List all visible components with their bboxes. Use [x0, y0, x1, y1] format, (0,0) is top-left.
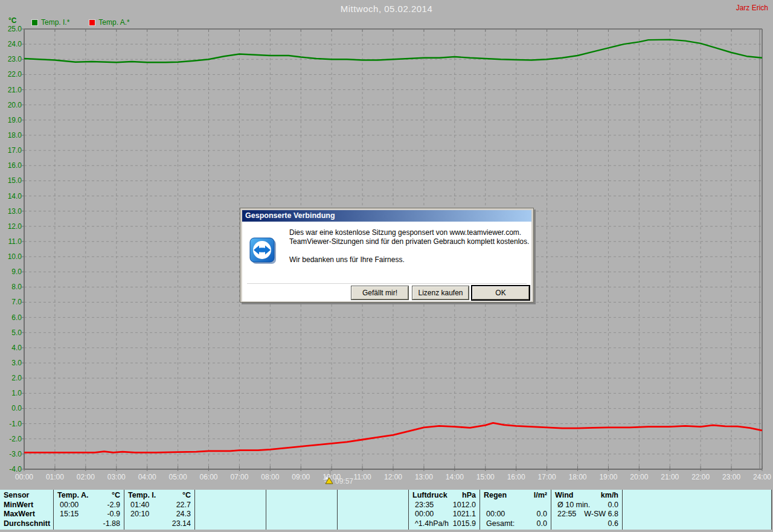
stats-column-luftdruck: LuftdruckhPa23:351012.000:001021.1^1.4hP…	[409, 490, 480, 530]
stats-row: 00:000.0	[480, 510, 551, 519]
x-tick-label: 06:00	[197, 473, 221, 481]
stats-column-temp-a-: Temp. A.°C00:00-2.915:15-0.9-1.88	[54, 490, 124, 530]
y-tick-label: 4.0	[1, 344, 22, 352]
sensor-name: Regen	[484, 491, 507, 501]
x-tick-label: 24:00	[750, 473, 773, 481]
series-line-temp-i-	[24, 40, 762, 63]
x-tick-label: 02:00	[74, 473, 98, 481]
x-tick-label: 22:00	[688, 473, 713, 481]
dialog-separator	[247, 283, 527, 284]
stat-time	[341, 501, 344, 510]
stats-row: Temp. A.°C	[54, 491, 124, 501]
x-tick-label: 01:00	[43, 473, 67, 481]
stat-time: 00:00	[412, 510, 434, 519]
stats-row	[338, 491, 408, 501]
x-tick-label: 16:00	[504, 473, 528, 481]
stat-time	[270, 510, 272, 519]
y-tick-label: 11.0	[1, 237, 22, 246]
x-tick-label: 23:00	[719, 473, 743, 481]
y-tick-label: 1.0	[1, 389, 22, 397]
x-tick-label: 04:00	[135, 473, 159, 481]
stat-time	[128, 519, 130, 529]
stats-row: 15:15-0.9	[54, 510, 124, 519]
stat-value: 1015.9	[453, 519, 476, 529]
stat-value: 23.14	[172, 519, 191, 529]
stat-time	[199, 510, 201, 519]
x-tick-label: 18:00	[566, 473, 590, 481]
stat-value: 1012.0	[453, 501, 476, 510]
stat-value: W-SW 6.8	[584, 510, 618, 519]
sensor-name: Temp. A.	[57, 491, 88, 501]
stat-time	[270, 501, 272, 510]
y-tick-label: 25.0	[1, 25, 22, 33]
x-tick-label: 20:00	[627, 473, 651, 481]
stat-time: 00:00	[484, 510, 505, 519]
stat-time: 00:00	[57, 501, 79, 510]
stats-row: 0.6	[551, 519, 622, 529]
dialog-titlebar[interactable]: Gesponserte Verbindung	[242, 210, 531, 222]
stat-time	[270, 519, 272, 529]
stats-column-empty	[266, 490, 338, 530]
y-tick-label: 14.0	[1, 192, 22, 200]
y-tick-label: 15.0	[1, 176, 22, 185]
x-tick-label: 13:00	[412, 473, 436, 481]
stats-row	[195, 501, 266, 510]
stat-value: -2.9	[107, 501, 120, 510]
ok-button[interactable]: OK	[472, 286, 529, 300]
stats-row	[338, 519, 408, 529]
y-tick-label: 2.0	[1, 374, 22, 382]
stat-value: 22.7	[176, 501, 191, 510]
stat-time	[341, 519, 344, 529]
stats-row	[266, 510, 337, 519]
y-tick-label: 8.0	[1, 283, 22, 291]
y-tick-label: 21.0	[1, 86, 22, 94]
stat-time: 23:35	[412, 501, 434, 510]
y-tick-label: 10.0	[1, 252, 22, 261]
stats-row: 00:00-2.9	[54, 501, 124, 510]
buy-license-button[interactable]: Lizenz kaufen	[412, 286, 469, 300]
sensor-unit: km/h	[601, 491, 618, 501]
stats-row-label: MaxWert	[0, 510, 53, 519]
y-tick-label: 12.0	[1, 222, 22, 231]
stat-time	[57, 519, 60, 529]
stats-row: ^1.4hPa/h1015.9	[409, 519, 480, 529]
x-tick-label: 19:00	[596, 473, 620, 481]
y-tick-label: 16.0	[1, 161, 22, 170]
stat-value: 0.0	[608, 501, 618, 510]
stats-column-filler	[623, 490, 772, 530]
x-tick-label: 11:00	[350, 473, 374, 481]
stats-row: Temp. I.°C	[124, 491, 194, 501]
stats-row	[195, 491, 266, 501]
y-tick-label: -4.0	[1, 465, 22, 473]
dialog-message-line2: TeamViewer-Sitzungen sind für den privat…	[289, 237, 529, 246]
stats-row: 23:351012.0	[409, 501, 480, 510]
stat-time: 22:55	[555, 510, 576, 519]
stats-row: Regenl/m²	[480, 491, 551, 501]
like-button[interactable]: Gefällt mir!	[351, 286, 408, 300]
x-tick-label: 14:00	[443, 473, 467, 481]
y-tick-label: -2.0	[1, 435, 22, 443]
stats-row	[338, 501, 408, 510]
stats-column-wind: Windkm/hØ 10 min.0.022:55W-SW 6.80.6	[551, 490, 623, 530]
stat-time	[199, 519, 201, 529]
stats-row-label: MinWert	[0, 501, 53, 510]
teamviewer-dialog: Gesponserte Verbindung Dies war eine kos…	[240, 208, 534, 303]
cursor-weather-icon	[324, 476, 334, 484]
sensor-name: Temp. I.	[128, 491, 156, 501]
x-tick-label: 15:00	[473, 473, 498, 481]
stats-row: -1.88	[54, 519, 124, 529]
x-tick-label: 09:00	[289, 473, 313, 481]
y-tick-label: 7.0	[1, 298, 22, 306]
dialog-message-line3: Wir bedanken uns für Ihre Fairness.	[289, 255, 529, 264]
x-tick-label: 12:00	[381, 473, 405, 481]
cursor-time-label: 09:57	[335, 477, 353, 486]
dialog-message-line1: Dies war eine kostenlose Sitzung gespons…	[289, 228, 529, 237]
dialog-body: Dies war eine kostenlose Sitzung gespons…	[242, 222, 531, 301]
stat-value: 0.0	[537, 519, 547, 529]
sensor-stats-table: SensorMinWertMaxWertDurchschnittTemp. A.…	[0, 490, 772, 530]
sensor-name: Luftdruck	[412, 491, 447, 501]
y-tick-label: 20.0	[1, 101, 22, 109]
teamviewer-logo-icon	[248, 237, 276, 265]
stats-row: Windkm/h	[551, 491, 622, 501]
x-tick-label: 00:00	[12, 473, 36, 481]
